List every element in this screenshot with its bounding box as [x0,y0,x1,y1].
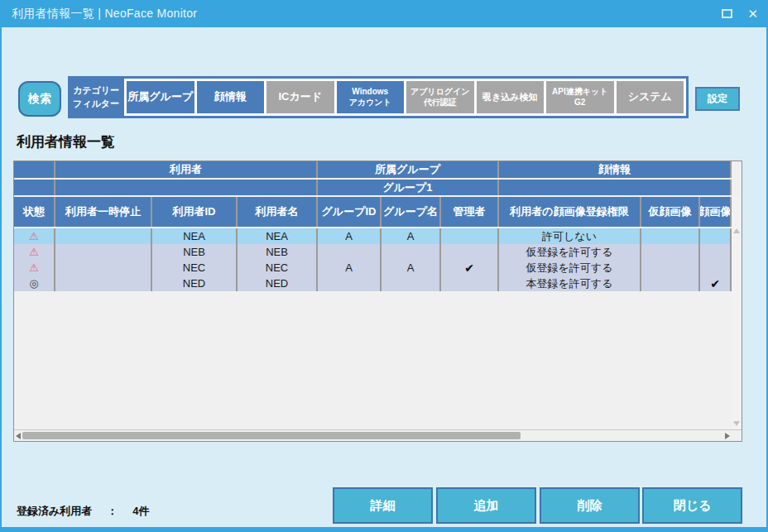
filter-button[interactable]: システム [617,81,684,113]
scroll-right-icon[interactable] [725,433,730,439]
permission-cell: 本登録を許可する [499,276,641,291]
group-header-group: 所属グループ [318,161,499,178]
suspend-cell [55,228,152,244]
count-value: 4件 [132,504,149,519]
scroll-down-icon[interactable] [733,421,740,426]
search-button[interactable]: 検索 [18,81,61,117]
filter-button[interactable]: API連携キットG2 [546,81,614,113]
filter-button[interactable]: 顔情報 [197,81,265,113]
face-cell: ✔ [700,276,732,291]
horizontal-scrollbar[interactable] [14,429,742,441]
permission-cell: 許可しない [499,228,641,244]
face-cell [700,260,732,276]
count-label: 登録済み利用者 [17,504,92,519]
category-filter-bar: カテゴリー フィルター 所属グループ顔情報ICカードWindowsアカウントアプ… [68,76,689,118]
detail-button[interactable]: 詳細 [333,487,433,524]
face-cell [700,244,732,260]
temp-face-cell [641,276,700,291]
user-name-cell: NEB [238,244,318,260]
group-id-cell [318,244,382,260]
group-header-group1: グループ1 [318,180,499,195]
group-name-cell: A [382,228,441,244]
vertical-scrollbar[interactable] [732,197,742,429]
column-header[interactable]: グループID [318,197,382,227]
suspend-cell [55,276,152,291]
registered-user-count: 登録済み利用者 ： 4件 [17,504,150,519]
filter-button[interactable]: 覗き込み検知 [477,81,545,113]
count-separator: ： [107,504,118,519]
user-id-cell: NEC [152,260,238,276]
suspend-cell [55,244,152,260]
group-header-user: 利用者 [55,161,318,178]
group-name-cell [382,244,441,260]
scroll-up-icon[interactable] [733,228,740,233]
column-header[interactable]: 利用者の顔画像登録権限 [499,197,641,227]
title-bar: 利用者情報一覧 | NeoFace Monitor ✕ [0,0,768,27]
permission-cell: 仮登録を許可する [499,260,641,276]
page-title: 利用者情報一覧 [17,132,115,151]
filter-button[interactable]: アプリログイン代行認証 [406,81,474,113]
column-header[interactable]: 顔画像 [700,197,732,227]
app-window: 利用者情報一覧 | NeoFace Monitor ✕ 検索 カテゴリー フィル… [0,0,768,532]
maximize-icon[interactable] [722,9,732,18]
table-row[interactable]: ⚠NECNECAA✔仮登録を許可する [14,260,742,276]
column-header[interactable]: 利用者ID [152,197,238,227]
category-filter-buttons: 所属グループ顔情報ICカードWindowsアカウントアプリログイン代行認証覗き込… [124,79,686,116]
group-name-cell: A [382,260,441,276]
table-row[interactable]: ⚠NEANEAAA許可しない [14,228,742,244]
suspend-cell [55,260,152,276]
add-button[interactable]: 追加 [436,487,536,524]
column-header[interactable]: 利用者一時停止 [55,197,152,227]
user-name-cell: NED [238,276,318,291]
group-header-cell [499,180,732,195]
user-id-cell: NEA [152,228,238,244]
table-body: ⚠NEANEAAA許可しない⚠NEBNEB仮登録を許可する⚠NECNECAA✔仮… [14,228,742,291]
table-row[interactable]: ⚠NEBNEB仮登録を許可する [14,244,742,260]
group-header-cell [55,180,318,195]
delete-button[interactable]: 削除 [540,487,640,524]
column-header[interactable]: グループ名 [382,197,441,227]
warning-icon: ⚠ [29,246,39,258]
admin-cell [441,228,499,244]
window-title: 利用者情報一覧 | NeoFace Monitor [12,7,197,22]
filter-button[interactable]: Windowsアカウント [337,81,405,113]
group-header-cell [14,180,55,195]
registered-icon: ◎ [29,277,38,290]
status-cell: ⚠ [14,260,55,276]
group-id-cell: A [318,260,382,276]
status-cell: ⚠ [14,228,55,244]
temp-face-cell [641,244,700,260]
user-name-cell: NEA [238,228,318,244]
horizontal-scrollbar-thumb[interactable] [22,432,521,439]
admin-cell [441,244,499,260]
column-header[interactable]: 利用者名 [238,197,318,227]
close-button[interactable]: 閉じる [642,487,742,524]
warning-icon: ⚠ [29,261,39,274]
status-cell: ⚠ [14,244,55,260]
admin-cell: ✔ [441,260,499,276]
face-cell [700,228,732,244]
user-id-cell: NED [152,276,238,291]
group-header-cell [14,161,55,178]
admin-cell [441,276,499,291]
table-group-header-row2: グループ1 [14,180,742,195]
settings-button[interactable]: 設定 [695,87,740,111]
table-column-header-row: 状態利用者一時停止利用者ID利用者名グループIDグループ名管理者利用者の顔画像登… [14,197,742,227]
filter-button[interactable]: ICカード [266,81,334,113]
column-header[interactable]: 状態 [14,197,55,227]
group-id-cell [318,276,382,291]
face-check-icon: ✔ [710,277,720,290]
column-header[interactable]: 仮顔画像 [641,197,700,227]
close-icon[interactable]: ✕ [744,6,761,22]
status-cell: ◎ [14,276,55,291]
user-id-cell: NEB [152,244,238,260]
admin-check-icon: ✔ [464,261,474,275]
user-table: 利用者 所属グループ 顔情報 グループ1 状態利用者一時停止利用者ID利用者名グ… [13,161,742,442]
table-group-header-row1: 利用者 所属グループ 顔情報 [14,161,742,178]
table-row[interactable]: ◎NEDNED本登録を許可する✔ [14,276,742,291]
column-header[interactable]: 管理者 [441,197,499,227]
filter-button[interactable]: 所属グループ [127,81,194,113]
group-name-cell [382,276,441,291]
permission-cell: 仮登録を許可する [499,244,641,260]
scroll-left-icon[interactable] [16,433,21,439]
